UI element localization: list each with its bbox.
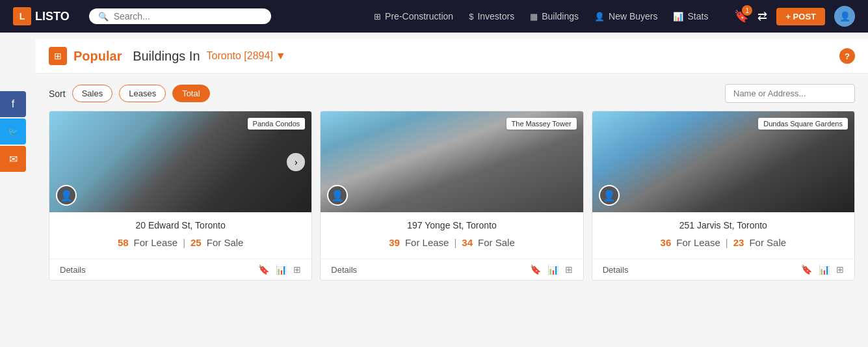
card-agent-avatar-1: 👤: [56, 185, 77, 206]
sale-count-2: 34: [462, 237, 473, 248]
location-text: Toronto [2894]: [207, 50, 273, 62]
navbar: L LISTO 🔍 ⊞ Pre-Construction $ Investors…: [0, 0, 868, 33]
sort-controls: Sort Sales Leases Total: [49, 85, 210, 102]
agent-icon-3: 👤: [603, 189, 616, 202]
twitter-icon: 🐦: [8, 127, 18, 137]
nav-item-investors[interactable]: $ Investors: [469, 11, 514, 21]
card-next-button-1[interactable]: ›: [287, 153, 305, 171]
logo[interactable]: L LISTO: [13, 7, 70, 25]
card-stats-1: 58 For Lease | 25 For Sale: [60, 237, 301, 248]
card-address-2: 197 Yonge St, Toronto: [331, 220, 572, 230]
card-address-3: 251 Jarvis St, Toronto: [603, 220, 844, 230]
card-address-1: 20 Edward St, Toronto: [60, 220, 301, 230]
nav-item-pre-construction[interactable]: ⊞ Pre-Construction: [374, 11, 453, 21]
nav-item-stats[interactable]: 📊 Stats: [673, 11, 708, 21]
post-button[interactable]: + POST: [776, 8, 825, 25]
notification-badge: 1: [742, 5, 752, 16]
email-share-button[interactable]: ✉: [0, 146, 26, 172]
card-stats-2: 39 For Lease | 34 For Sale: [331, 237, 572, 248]
new-buyers-icon: 👤: [594, 12, 605, 21]
card-actions-1: Details 🔖 📊 ⊞: [49, 258, 311, 280]
sale-label-3: For Sale: [749, 237, 786, 248]
nav-item-buildings[interactable]: ▦ Buildings: [530, 11, 579, 21]
lease-count-3: 36: [661, 237, 672, 248]
pre-construction-icon: ⊞: [374, 12, 381, 21]
sale-label-2: For Sale: [478, 237, 515, 248]
stats-icon-2[interactable]: 📊: [547, 264, 559, 275]
building-name-label-1: Panda Condos: [248, 118, 306, 130]
investors-icon: $: [469, 12, 473, 21]
card-action-icons-2: 🔖 📊 ⊞: [530, 264, 573, 275]
twitter-share-button[interactable]: 🐦: [0, 118, 26, 145]
header-title: Popular Buildings In: [73, 49, 200, 64]
bookmark-icon-1[interactable]: 🔖: [258, 264, 269, 275]
transfer-icon[interactable]: ⇄: [757, 9, 767, 23]
stats-icon-1[interactable]: 📊: [276, 264, 287, 275]
name-address-search[interactable]: [725, 84, 855, 103]
card-image-1: Panda Condos › 👤: [49, 111, 311, 212]
card-image-3: Dundas Square Gardens 👤: [592, 111, 854, 212]
avatar-icon: 👤: [839, 11, 850, 21]
details-button-2[interactable]: Details: [331, 265, 357, 275]
card-body-3: 251 Jarvis St, Toronto 36 For Lease | 23…: [592, 212, 854, 258]
sort-section: Sort Sales Leases Total: [36, 84, 868, 111]
building-name-label-2: The Massey Tower: [506, 118, 577, 130]
stat-divider-2: |: [454, 237, 456, 248]
nav-label-stats: Stats: [687, 11, 708, 21]
building-card-3: Dundas Square Gardens 👤 251 Jarvis St, T…: [592, 111, 855, 281]
facebook-share-button[interactable]: f: [0, 91, 26, 117]
sort-sales-button[interactable]: Sales: [72, 85, 113, 102]
building-card-2: The Massey Tower 👤 197 Yonge St, Toronto…: [320, 111, 583, 281]
sort-leases-button[interactable]: Leases: [119, 85, 166, 102]
stats-icon-3[interactable]: 📊: [819, 264, 830, 275]
header-location-selector[interactable]: Toronto [2894] ▼: [207, 50, 286, 62]
stats-icon: 📊: [673, 12, 683, 21]
nav-label-new-buyers: New Buyers: [609, 11, 657, 21]
header-title-bold: Buildings In: [133, 49, 200, 63]
search-icon: 🔍: [98, 12, 109, 21]
bookmark-icon-2[interactable]: 🔖: [530, 264, 541, 275]
card-body-2: 197 Yonge St, Toronto 39 For Lease | 34 …: [321, 212, 583, 258]
details-button-3[interactable]: Details: [603, 265, 629, 275]
nav-label-pre-construction: Pre-Construction: [385, 11, 453, 21]
grid-icon-3[interactable]: ⊞: [836, 264, 844, 275]
search-input[interactable]: [114, 11, 262, 21]
agent-icon-1: 👤: [60, 189, 73, 202]
facebook-icon: f: [12, 98, 14, 110]
buildings-icon: ▦: [530, 12, 538, 21]
sale-count-3: 23: [733, 237, 744, 248]
nav-item-new-buyers[interactable]: 👤 New Buyers: [594, 11, 657, 21]
sort-total-button[interactable]: Total: [172, 85, 209, 102]
bookmark-icon-3[interactable]: 🔖: [801, 264, 812, 275]
grid-icon-2[interactable]: ⊞: [565, 264, 573, 275]
nav-actions: 🔖 1 ⇄ + POST 👤: [734, 6, 855, 27]
buildings-grid: Panda Condos › 👤 20 Edward St, Toronto 5…: [36, 111, 868, 294]
notifications-bell[interactable]: 🔖 1: [734, 9, 748, 23]
lease-label-2: For Lease: [405, 237, 449, 248]
card-agent-avatar-3: 👤: [599, 185, 620, 206]
card-action-icons-3: 🔖 📊 ⊞: [801, 264, 844, 275]
header-bar: ⊞ Popular Buildings In Toronto [2894] ▼ …: [36, 39, 868, 74]
card-image-2: The Massey Tower 👤: [321, 111, 583, 212]
social-sidebar: f 🐦 ✉: [0, 91, 26, 172]
building-name-label-3: Dundas Square Gardens: [758, 118, 848, 130]
card-agent-avatar-2: 👤: [327, 185, 348, 206]
email-icon: ✉: [9, 153, 18, 165]
header-title-plain: Popular: [73, 49, 122, 63]
nav-links: ⊞ Pre-Construction $ Investors ▦ Buildin…: [374, 11, 708, 21]
grid-icon-1[interactable]: ⊞: [293, 264, 301, 275]
header-building-icon: ⊞: [49, 47, 67, 65]
nav-label-buildings: Buildings: [542, 11, 579, 21]
lease-label-3: For Lease: [676, 237, 720, 248]
logo-icon: L: [13, 7, 31, 25]
search-bar[interactable]: 🔍: [89, 8, 271, 24]
avatar[interactable]: 👤: [834, 6, 855, 27]
stat-divider-1: |: [183, 237, 185, 248]
sale-count-1: 25: [191, 237, 202, 248]
sort-label: Sort: [49, 89, 66, 99]
details-button-1[interactable]: Details: [60, 265, 86, 275]
card-action-icons-1: 🔖 📊 ⊞: [258, 264, 301, 275]
chevron-down-icon: ▼: [276, 50, 286, 62]
lease-count-2: 39: [389, 237, 400, 248]
help-button[interactable]: ?: [839, 48, 855, 64]
